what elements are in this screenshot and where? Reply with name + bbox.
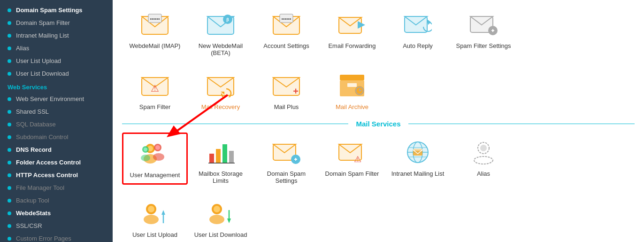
auto-reply[interactable]: Auto Reply [385,5,451,54]
sidebar-item-user-list-download[interactable]: User List Download [0,67,113,80]
dot-icon [8,110,11,114]
sidebar-item-alias[interactable]: Alias [0,42,113,55]
svg-point-83 [474,156,493,164]
mail-plus[interactable]: + Mail Plus [253,66,319,115]
intranet-mailing-list-label: Intranet Mailing List [391,170,445,177]
row1: •••••• WebdeMail (IMAP) β New WebdeMail … [122,5,635,61]
webdemail-imap[interactable]: •••••• WebdeMail (IMAP) [122,5,188,54]
new-webdemail-icon: β [206,9,236,39]
main-content: •••••• WebdeMail (IMAP) β New WebdeMail … [113,0,644,242]
user-list-download-label: User List Download [194,231,247,238]
sidebar-item-domain-spam-settings[interactable]: Domain Spam Settings [0,4,113,16]
user-management-icon [140,139,170,169]
sidebar-item-shared-ssl[interactable]: Shared SSL [0,105,113,118]
svg-point-55 [153,153,164,161]
mail-recovery-icon [206,70,236,101]
svg-text:+: + [293,86,299,96]
svg-point-91 [214,206,220,212]
new-webdemail-beta[interactable]: β New WebdeMail (BETA) [188,5,253,61]
email-forwarding-label: Email Forwarding [328,42,376,49]
row4: User List Upload User List Download [122,194,635,242]
svg-text:••••••: •••••• [150,16,160,22]
alias-icon [468,137,498,167]
user-list-upload[interactable]: User List Upload [122,194,188,242]
intranet-mailing-list-icon [403,137,433,167]
user-list-download[interactable]: User List Download [188,194,253,242]
domain-spam-filter-icon-item[interactable]: ⚠ Domain Spam Filter [319,133,385,182]
svg-point-58 [141,155,150,161]
svg-text:⚠: ⚠ [354,155,361,164]
row3: User Management Mailbox Storage Limits [122,133,635,189]
svg-point-57 [144,148,147,151]
dot-icon [8,148,11,152]
dot-icon [8,224,11,228]
dot-icon [8,34,11,38]
sidebar-item-domain-spam-filter[interactable]: Domain Spam Filter [0,16,113,29]
sidebar-item-file-manager-tool[interactable]: File Manager Tool [0,181,113,194]
mail-archive-icon [337,70,367,101]
sidebar-item-user-list-upload[interactable]: User List Upload [0,55,113,67]
dot-icon [8,211,11,215]
sidebar-item-web-server-environment[interactable]: Web Server Environment [0,93,113,105]
sidebar-item-custom-error-pages[interactable]: Custom Error Pages [0,232,113,242]
domain-spam-settings-icon [271,137,301,167]
spam-filter-settings[interactable]: Spam Filter Settings [451,5,516,54]
intranet-mailing-list-icon-item[interactable]: Intranet Mailing List [385,133,451,182]
svg-rect-43 [347,83,357,87]
webdemail-imap-label: WebdeMail (IMAP) [130,42,181,49]
dot-icon [8,8,11,12]
svg-rect-62 [229,151,234,163]
dot-icon [8,123,11,126]
divider-line-left [122,124,348,124]
spam-filter-label: Spam Filter [139,103,170,110]
sidebar-item-subdomain-control[interactable]: Subdomain Control [0,131,113,143]
mail-plus-icon: + [271,70,301,101]
email-forwarding[interactable]: Email Forwarding [319,5,385,54]
sidebar-item-ssl-csr[interactable]: SSL/CSR [0,219,113,232]
svg-rect-59 [209,154,214,163]
domain-spam-filter-label: Domain Spam Filter [325,170,379,177]
sidebar-item-http-access-control[interactable]: HTTP Access Control [0,169,113,181]
sidebar-item-backup-tool[interactable]: Backup Tool [0,194,113,207]
sidebar-item-dns-record[interactable]: DNS Record [0,143,113,156]
mail-recovery[interactable]: Mail Recovery [188,66,253,115]
alias-label: Alias [477,170,490,177]
dot-icon [8,135,11,139]
svg-marker-22 [427,19,431,25]
spam-filter-settings-label: Spam Filter Settings [456,42,511,49]
webdemail-imap-icon: •••••• [140,9,170,39]
mail-services-title: Mail Services [348,120,408,128]
row2: ⚠ Spam Filter Mail Recovery [122,66,635,115]
svg-point-54 [155,145,160,150]
dot-icon [8,237,11,241]
mail-services-divider: Mail Services [122,120,635,128]
dot-icon [8,161,11,164]
auto-reply-label: Auto Reply [403,42,433,49]
user-list-upload-label: User List Upload [132,231,177,238]
spam-filter[interactable]: ⚠ Spam Filter [122,66,188,115]
mail-archive[interactable]: Mail Archive [319,66,385,115]
divider-line-right [408,124,635,124]
user-management[interactable]: User Management [122,133,188,185]
account-settings[interactable]: •••••• Account Settings [253,5,319,54]
sidebar-item-intranet-mailing-list[interactable]: Intranet Mailing List [0,29,113,42]
mailbox-storage-limits-icon [206,137,236,167]
dot-icon [8,59,11,63]
account-settings-label: Account Settings [263,42,309,49]
account-settings-icon: •••••• [271,9,301,39]
mailbox-storage-limits[interactable]: Mailbox Storage Limits [188,133,253,189]
domain-spam-settings-icon-item[interactable]: Domain Spam Settings [253,133,319,189]
sidebar-item-webdestats[interactable]: WebdeStats [0,207,113,219]
svg-text:••••••: •••••• [281,16,291,22]
sidebar-item-sql-database[interactable]: SQL Database [0,118,113,131]
spam-filter-settings-icon [468,9,498,39]
alias-icon-item[interactable]: Alias [451,133,516,182]
auto-reply-icon [403,9,433,39]
sidebar-item-folder-access-control[interactable]: Folder Access Control [0,156,113,169]
new-webdemail-label: New WebdeMail (BETA) [192,42,250,56]
mail-archive-label: Mail Archive [336,103,368,110]
dot-icon [8,186,11,190]
web-services-section-label: Web Services [0,80,113,93]
svg-rect-41 [340,75,364,80]
spam-filter-icon: ⚠ [140,70,170,101]
